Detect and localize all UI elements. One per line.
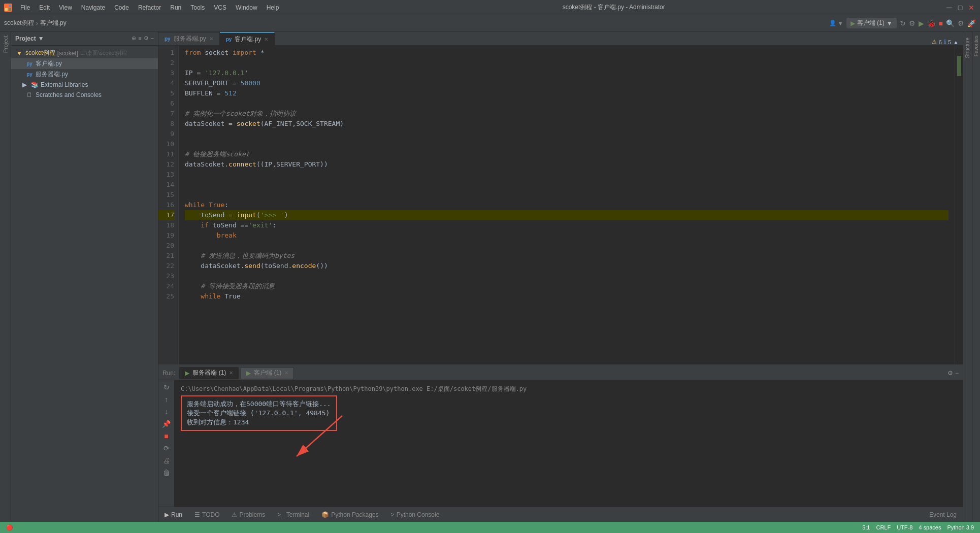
chevron-up-icon[interactable]: ▲ [953,39,959,45]
code-line-23 [185,271,949,281]
run-button[interactable]: ▶ [919,19,924,27]
cursor-position[interactable]: 5:1 [862,524,870,530]
run-tab-server-close[interactable]: ✕ [229,370,233,376]
stop-run-icon[interactable]: ■ [161,431,172,441]
project-dropdown-icon[interactable]: ▼ [38,35,44,42]
rocket-icon[interactable]: 🚀 [967,19,976,27]
favorites-label[interactable]: Favorites [972,34,980,58]
tree-item-ext-libs[interactable]: ▶ 📚 External Libraries [11,80,158,90]
menu-view[interactable]: View [55,3,76,13]
code-line-2 [185,58,949,68]
tree-item-client[interactable]: py 客户端.py [11,58,158,69]
minimize-button[interactable]: ─ [944,3,954,12]
menu-refactor[interactable]: Refactor [134,3,165,13]
run-config-dropdown[interactable]: ▶ 客户端 (1) ▼ [846,18,897,28]
bottom-right-area: Event Log [929,511,963,518]
trash-icon[interactable]: 🗑 [161,468,172,478]
profile-button[interactable]: 👤▼ [829,20,843,26]
event-log-link[interactable]: Event Log [929,511,957,518]
code-line-8: dataScoket = socket(AF_INET,SOCK_STREAM) [185,119,949,129]
hide-icon[interactable]: − [151,35,154,42]
app-logo [4,4,12,12]
bottom-tab-run[interactable]: ▶ Run [158,508,188,522]
project-sidebar-label[interactable]: Project [2,34,10,55]
app-container: File Edit View Navigate Code Refactor Ru… [0,0,980,533]
menu-vcs[interactable]: VCS [210,3,231,13]
output-line-3: 收到对方信息：1234 [187,418,331,427]
menu-bar: File Edit View Navigate Code Refactor Ru… [16,3,283,13]
pin-icon[interactable]: 📌 [161,419,172,429]
command-line: C:\Users\Chenhao\AppData\Local\Programs\… [181,384,957,393]
menu-file[interactable]: File [16,3,34,13]
run-panel: Run: ▶ 服务器端 (1) ✕ ▶ 客户端 (1) ✕ ⚙ − [158,364,963,507]
svg-rect-1 [9,5,11,7]
maximize-button[interactable]: □ [956,3,965,12]
collapse-icon[interactable]: ≡ [138,35,141,42]
inspect-button[interactable]: ⚙ [958,19,964,27]
tree-root-item[interactable]: ▼ scoket例程 [scoket] E:\桌面\scoket例程 [11,48,158,58]
code-line-18: if toSend =='exit': [185,220,949,230]
menu-run[interactable]: Run [166,3,185,13]
search-button[interactable]: 🔍 [946,19,955,27]
print-icon[interactable]: 🖨 [161,455,172,465]
tab-client-close[interactable]: ✕ [264,37,268,42]
code-editor[interactable]: 12345 678910 1112131415 1617181920 21222… [158,46,963,364]
refresh-button[interactable]: ↻ [900,19,906,27]
code-line-13 [185,170,949,180]
run-tab-server[interactable]: ▶ 服务器端 (1) ✕ [179,367,239,379]
hide-run-icon[interactable]: − [955,370,959,377]
encoding[interactable]: UTF-8 [897,524,912,530]
tab-server[interactable]: py 服务器端.py ✕ [158,32,220,45]
indent[interactable]: 4 spaces [919,524,941,530]
run-output: C:\Users\Chenhao\AppData\Local\Programs\… [175,380,963,507]
scroll-gutter [955,46,963,364]
scroll-up-icon[interactable]: ↑ [161,394,172,405]
menu-edit[interactable]: Edit [35,3,54,13]
python-file-icon: py [25,60,34,68]
code-content[interactable]: from socket import * IP = '127.0.0.1' SE… [179,46,955,364]
bottom-tab-python-console[interactable]: > Python Console [385,508,446,522]
tab-server-icon: py [165,36,171,42]
menu-help[interactable]: Help [263,3,283,13]
tab-client[interactable]: py 客户端.py ✕ [220,32,275,45]
menu-tools[interactable]: Tools [186,3,209,13]
rerun-icon[interactable]: ↻ [161,382,172,392]
menu-navigate[interactable]: Navigate [77,3,109,13]
expand-icon: ▶ [20,81,28,89]
panel-header: Project ▼ ⊕ ≡ ⚙ − [11,31,158,46]
scope-icon[interactable]: ⊕ [132,35,136,42]
tree-item-scratches[interactable]: 🗒 Scratches and Consoles [11,90,158,100]
stop-button[interactable]: ■ [939,19,943,27]
structure-label[interactable]: Structure [964,36,971,60]
breadcrumb-item-1[interactable]: 客户端.py [40,19,67,27]
bottom-tab-todo[interactable]: ☰ TODO [188,508,225,522]
python-packages-icon: 📦 [321,511,329,518]
tree-item-server[interactable]: py 服务器端.py [11,69,158,80]
body: Project Project ▼ ⊕ ≡ ⚙ − ▼ s [0,31,980,522]
line-numbers: 12345 678910 1112131415 1617181920 21222… [158,46,179,364]
run-tab-client-close[interactable]: ✕ [284,370,288,376]
breadcrumb-item-0[interactable]: scoket例程 [4,19,34,27]
run-tab-client[interactable]: ▶ 客户端 (1) ✕ [241,367,294,379]
settings-icon[interactable]: ⚙ [144,35,149,42]
menu-code[interactable]: Code [110,3,133,13]
line-ending[interactable]: CRLF [876,524,891,530]
problems-label: Problems [239,511,265,518]
close-button[interactable]: ✕ [967,3,976,12]
bottom-tab-terminal[interactable]: >_ Terminal [271,508,315,522]
language[interactable]: Python 3.9 [947,524,974,530]
terminal-label: Terminal [286,511,309,518]
scroll-down-icon[interactable]: ↓ [161,407,172,417]
svg-rect-2 [5,8,8,11]
bottom-tab-python-packages[interactable]: 📦 Python Packages [315,508,384,522]
wrap-icon[interactable]: ⟳ [161,443,172,453]
status-left: 🔴 [6,524,13,531]
project-dropdown-button[interactable]: Project [15,35,36,42]
settings-icon[interactable]: ⚙ [909,19,916,27]
settings-run-icon[interactable]: ⚙ [948,370,953,377]
debug-button[interactable]: 🐞 [927,19,936,27]
menu-window[interactable]: Window [232,3,262,13]
bottom-tab-problems[interactable]: ⚠ Problems [225,508,271,522]
code-line-3: IP = '127.0.0.1' [185,68,949,78]
tab-server-close[interactable]: ✕ [209,36,213,42]
